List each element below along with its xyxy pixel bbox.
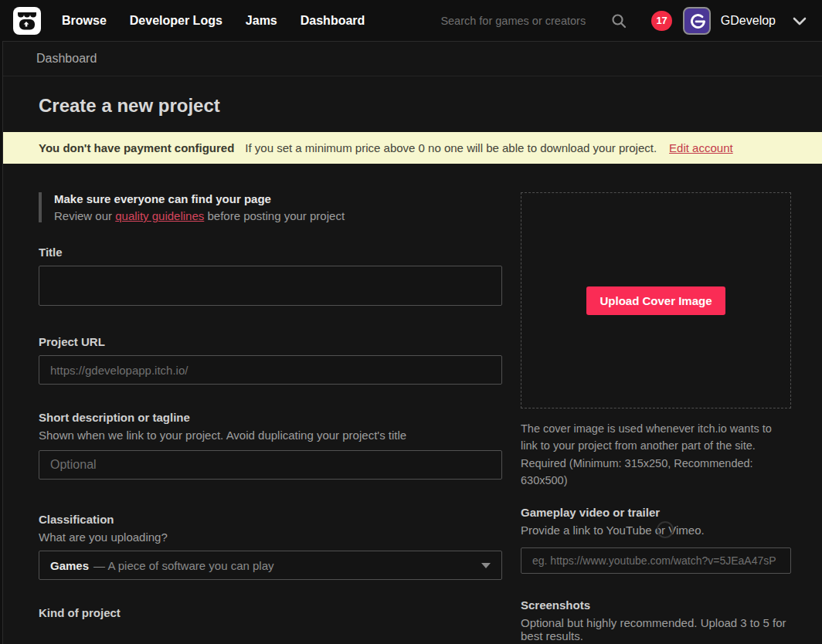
main-content: Make sure everyone can find your page Re… bbox=[3, 164, 822, 642]
page-title: Create a new project bbox=[39, 95, 822, 117]
gameplay-video-label: Gameplay video or trailer bbox=[521, 506, 791, 519]
caret-down-icon bbox=[481, 563, 491, 568]
nav-links: Browse Developer Logs Jams Dashboard bbox=[62, 14, 365, 28]
nav-link-browse[interactable]: Browse bbox=[62, 14, 107, 28]
notification-badge[interactable]: 17 bbox=[651, 11, 671, 31]
payment-warning-banner: You don't have payment configured If you… bbox=[3, 132, 822, 164]
project-url-input[interactable] bbox=[39, 355, 502, 385]
short-description-label: Short description or tagline bbox=[39, 411, 502, 424]
classification-label: Classification bbox=[39, 513, 502, 526]
short-description-help: Shown when we link to your project. Avoi… bbox=[39, 429, 502, 442]
user-avatar[interactable] bbox=[683, 7, 711, 35]
banner-bold-text: You don't have payment configured bbox=[39, 141, 234, 154]
nav-link-developer-logs[interactable]: Developer Logs bbox=[130, 14, 222, 28]
quality-note-after: before posting your project bbox=[204, 209, 345, 222]
quality-note: Make sure everyone can find your page Re… bbox=[39, 192, 502, 222]
quality-note-sub: Review our quality guidelines before pos… bbox=[54, 209, 502, 222]
search-input[interactable] bbox=[440, 15, 606, 27]
screenshots-help: Optional but highly recommended. Upload … bbox=[521, 616, 791, 642]
page-container: Dashboard Create a new project You don't… bbox=[2, 41, 822, 644]
form-column: Make sure everyone can find your page Re… bbox=[39, 192, 502, 642]
classification-select[interactable]: Games — A piece of software you can play bbox=[39, 551, 502, 580]
title-input[interactable] bbox=[39, 266, 502, 306]
quality-note-before: Review our bbox=[54, 209, 115, 222]
classification-desc: — A piece of software you can play bbox=[93, 559, 273, 572]
cover-image-dropzone[interactable]: Upload Cover Image bbox=[521, 192, 791, 408]
page-header: Create a new project bbox=[3, 76, 822, 132]
classification-help: What are you uploading? bbox=[39, 530, 502, 544]
gdevelop-logo-icon bbox=[685, 9, 708, 32]
search-icon[interactable] bbox=[611, 13, 627, 29]
itchio-logo-icon[interactable] bbox=[12, 6, 42, 36]
banner-text: If you set a minimum price above 0 no on… bbox=[245, 141, 657, 154]
nav-right: 17 GDevelop bbox=[440, 7, 808, 35]
media-column: Upload Cover Image The cover image is us… bbox=[521, 192, 791, 642]
quality-guidelines-link[interactable]: quality guidelines bbox=[115, 209, 204, 222]
nav-link-dashboard[interactable]: Dashboard bbox=[301, 14, 365, 28]
gameplay-video-input[interactable] bbox=[521, 547, 791, 574]
kind-of-project-label: Kind of project bbox=[39, 606, 502, 619]
gameplay-video-help: Provide a link to YouTube or Vimeo. bbox=[521, 524, 791, 537]
breadcrumb[interactable]: Dashboard bbox=[36, 52, 97, 66]
edit-account-link[interactable]: Edit account bbox=[669, 141, 733, 154]
breadcrumb-row: Dashboard bbox=[3, 42, 822, 76]
upload-cover-image-button[interactable]: Upload Cover Image bbox=[586, 286, 725, 315]
title-label: Title bbox=[39, 246, 502, 259]
project-url-label: Project URL bbox=[39, 335, 502, 348]
nav-link-jams[interactable]: Jams bbox=[246, 14, 277, 28]
username-label[interactable]: GDevelop bbox=[721, 14, 776, 28]
chevron-down-icon[interactable] bbox=[791, 12, 808, 29]
gameplay-video-help-text: Provide a link to YouTube or Vimeo. bbox=[521, 524, 705, 537]
cover-image-help: The cover image is used whenever itch.io… bbox=[521, 420, 791, 490]
top-nav: Browse Developer Logs Jams Dashboard 17 … bbox=[0, 0, 822, 41]
classification-value: Games bbox=[50, 559, 89, 572]
screenshots-label: Screenshots bbox=[521, 598, 791, 612]
quality-note-title: Make sure everyone can find your page bbox=[54, 192, 502, 205]
short-description-input[interactable] bbox=[39, 450, 502, 480]
